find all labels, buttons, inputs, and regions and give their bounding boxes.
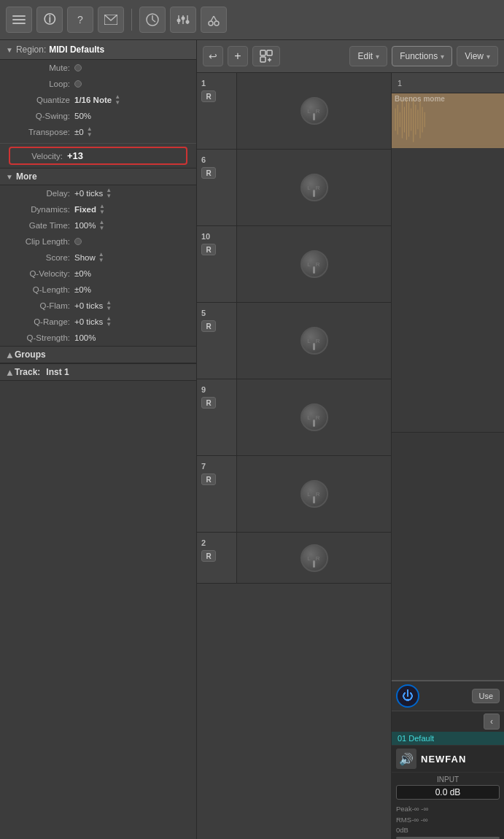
add2-button[interactable] [252, 46, 280, 66]
list-icon-btn[interactable] [6, 7, 32, 33]
delay-label: Delay: [9, 189, 74, 198]
delay-value: +0 ticks [74, 189, 103, 198]
prop-qlength: Q-Length: ±0% [0, 282, 196, 298]
track-number-2: 2 [201, 538, 206, 547]
marker-block: Buenos mome [392, 93, 504, 148]
r-label: R [206, 246, 211, 254]
cliplength-checkbox[interactable] [74, 238, 82, 245]
record-btn-7[interactable]: R [201, 473, 216, 485]
region-value: MIDI Defaults [49, 45, 104, 55]
functions-dropdown[interactable]: Functions ▾ [392, 46, 452, 66]
add-icon: + [234, 50, 241, 63]
lr-label-9: L R [307, 414, 320, 421]
clock-icon-btn[interactable] [139, 7, 166, 33]
qflam-stepper[interactable]: ▲▼ [106, 300, 112, 312]
info-icon-btn[interactable]: ⓘ [36, 7, 63, 33]
prop-qrange: Q-Range: +0 ticks ▲▼ [0, 314, 196, 330]
qswing-value: 50% [74, 112, 91, 120]
record-btn-1[interactable]: R [201, 90, 216, 102]
help-icon-btn[interactable]: ? [67, 7, 93, 33]
track-content-6: L R [237, 150, 391, 225]
transpose-stepper[interactable]: ▲▼ [87, 126, 93, 138]
info-icon: ⓘ [44, 12, 55, 28]
lr-label-7: L R [307, 491, 320, 498]
cliplength-label: Clip Length: [9, 237, 74, 246]
qflam-value: +0 ticks [74, 301, 103, 310]
score-stepper[interactable]: ▲▼ [98, 252, 104, 263]
main-layout: ▼ Region: MIDI Defaults Mute: Loop: Quan… [0, 40, 504, 839]
view-label: View [465, 51, 484, 61]
svg-point-13 [209, 21, 213, 26]
record-btn-9[interactable]: R [201, 397, 216, 409]
qvelocity-value: ±0% [74, 269, 91, 278]
score-label: Score: [9, 253, 74, 262]
quantize-value[interactable]: 1/16 Note [74, 96, 112, 104]
svg-point-10 [177, 19, 181, 23]
groups-section-header[interactable]: ▶ Groups [0, 346, 196, 363]
track-content-2: L R [237, 533, 391, 583]
top-toolbar: ⓘ ? [0, 0, 504, 40]
lr-label-6: L R [307, 185, 320, 191]
velocity-box: Velocity: +13 [9, 147, 187, 165]
r-label: R [206, 322, 211, 330]
track-section-value: Inst 1 [46, 367, 69, 377]
add-button[interactable]: + [228, 46, 248, 66]
prop-qswing: Q-Swing: 50% [0, 108, 196, 124]
track-section-label: Track: [15, 367, 40, 377]
quantize-stepper[interactable]: ▲▼ [115, 94, 120, 106]
more-triangle: ▼ [6, 173, 13, 181]
r-label: R [206, 476, 211, 484]
back-button[interactable]: ↩ [203, 46, 223, 66]
record-btn-2[interactable]: R [201, 550, 216, 562]
power-button[interactable]: ⏻ [396, 684, 419, 708]
record-btn-10[interactable]: R [201, 244, 216, 255]
track-number-7: 7 [201, 462, 206, 471]
preset-label: 01 Default [398, 734, 434, 743]
track-controls-6: 6 R [197, 150, 237, 225]
track-list: 1 R L R 6 R [197, 73, 391, 839]
velocity-label: Velocity: [16, 152, 67, 161]
gatetime-value: 100% [74, 221, 96, 230]
input-label: INPUT [396, 776, 500, 784]
edit-dropdown[interactable]: Edit ▾ [349, 46, 387, 66]
qstrength-label: Q-Strength: [9, 333, 74, 342]
scissors-icon-btn[interactable] [201, 7, 227, 33]
svg-rect-2 [12, 23, 26, 24]
peak-value: -∞ -∞ [412, 805, 429, 813]
prop-delay: Delay: +0 ticks ▲▼ [0, 185, 196, 201]
view-arrow: ▾ [486, 53, 490, 61]
region-collapse-triangle[interactable]: ▼ [6, 46, 13, 54]
track-controls-9: 9 R [197, 379, 237, 455]
qrange-stepper[interactable]: ▲▼ [106, 316, 112, 328]
delay-stepper[interactable]: ▲▼ [106, 187, 112, 199]
prop-dynamics: Dynamics: Fixed ▲▼ [0, 201, 196, 217]
prop-gatetime: Gate Time: 100% ▲▼ [0, 217, 196, 233]
track-section-header[interactable]: ▶ Track: Inst 1 [0, 363, 196, 381]
prop-quantize: Quantize 1/16 Note ▲▼ [0, 92, 196, 108]
qrange-value: +0 ticks [74, 317, 103, 326]
gatetime-stepper[interactable]: ▲▼ [98, 220, 104, 231]
lr-label-2: L R [307, 555, 320, 562]
prop-loop: Loop: [0, 76, 196, 92]
view-dropdown[interactable]: View ▾ [457, 46, 498, 66]
mute-checkbox[interactable] [74, 64, 82, 71]
plugin-back-button[interactable]: ‹ [484, 714, 500, 730]
transpose-label: Transpose: [9, 128, 74, 136]
input-value[interactable]: 0.0 dB [396, 785, 500, 800]
dynamics-stepper[interactable]: ▲▼ [99, 204, 105, 215]
svg-point-14 [214, 21, 219, 26]
record-btn-5[interactable]: R [201, 320, 216, 332]
track-triangle: ▶ [5, 369, 13, 375]
help-icon: ? [77, 14, 83, 26]
mixer-icon-btn[interactable] [170, 7, 196, 33]
track-content-7: L R [237, 456, 391, 532]
svg-rect-18 [267, 50, 272, 55]
mail-icon-btn[interactable] [98, 7, 124, 33]
loop-checkbox[interactable] [74, 80, 82, 88]
more-section-header[interactable]: ▼ More [0, 168, 196, 185]
record-btn-6[interactable]: R [201, 167, 216, 179]
gatetime-label: Gate Time: [9, 221, 74, 230]
plugin-name-row: 🔊 NEWFAN [392, 746, 504, 773]
use-button[interactable]: Use [472, 689, 500, 703]
track-number-5: 5 [201, 309, 206, 317]
